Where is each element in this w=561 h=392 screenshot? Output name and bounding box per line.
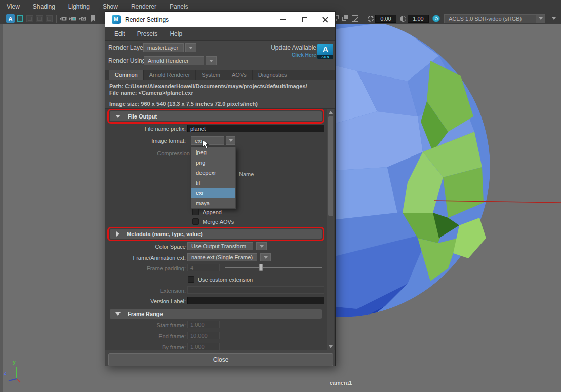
dim-icon-2[interactable]	[35, 14, 44, 23]
output-filename-text: File name: <Camera>/planet.exr	[109, 90, 335, 96]
close-window-button[interactable]	[316, 12, 334, 27]
scrollbar-up-arrow[interactable]	[329, 111, 333, 114]
section-metadata[interactable]: Metadata (name, type, value)	[110, 229, 322, 239]
use-custom-extension-checkbox[interactable]	[188, 276, 194, 283]
exposure-icon[interactable]	[366, 14, 375, 23]
render-layer-arrow[interactable]	[185, 43, 196, 52]
axis-y-label: y	[13, 359, 16, 365]
mouse-cursor	[202, 139, 211, 149]
by-frame-input[interactable]	[187, 343, 220, 350]
version-label-label: Version Label:	[106, 298, 186, 304]
settings-tabbar: Common Arnold Renderer System AOVs Diagn…	[105, 70, 335, 80]
pane-diagonal-icon[interactable]	[351, 14, 359, 23]
format-option-deepexr[interactable]: deepexr	[191, 168, 235, 178]
color-space-arrow[interactable]	[256, 242, 267, 250]
settings-scrollbar[interactable]	[327, 109, 334, 350]
bookmark-icon[interactable]	[89, 14, 97, 23]
render-settings-window: Render Settings Edit Presets Help Render…	[105, 11, 336, 366]
frame-padding-slider-handle[interactable]	[259, 264, 263, 271]
scrollbar-down-arrow[interactable]	[329, 345, 333, 348]
image-size-text: Image size: 960 x 540 (13.3 x 7.5 inches…	[109, 101, 335, 107]
chevron-down-icon	[115, 115, 121, 118]
scrollbar-thumb[interactable]	[328, 116, 333, 216]
chevron-down-icon	[115, 312, 121, 316]
frame-padding-slider-track[interactable]	[225, 267, 322, 268]
section-file-output[interactable]: File Output	[110, 111, 322, 121]
section-frame-range[interactable]: Frame Range	[110, 309, 322, 319]
append-checkbox[interactable]	[192, 209, 199, 215]
frame-animation-ext-arrow[interactable]	[260, 253, 271, 261]
extension-label: Extension:	[106, 288, 186, 294]
compression-label: Compression	[106, 150, 190, 156]
menu-presets[interactable]: Presets	[131, 30, 164, 37]
menu-lighting[interactable]: Lighting	[62, 0, 96, 13]
toolbar-separator	[363, 15, 363, 23]
format-option-exr[interactable]: exr	[191, 188, 235, 198]
format-option-maya[interactable]: maya	[191, 198, 235, 208]
frame-animation-ext-select[interactable]: name.ext (Single Frame)	[187, 253, 257, 261]
view-transform-arrow[interactable]	[536, 15, 545, 23]
exposure-input[interactable]	[375, 15, 396, 23]
format-option-tif[interactable]: tif	[191, 178, 235, 188]
section-title: File Output	[128, 113, 157, 120]
file-name-prefix-input[interactable]	[187, 125, 324, 132]
dropdown-arrow-icon[interactable]	[549, 14, 558, 23]
dim-icon-3[interactable]	[45, 14, 53, 23]
toolbar-separator	[3, 15, 3, 23]
gamma-icon[interactable]	[398, 14, 407, 23]
marquee-icon[interactable]	[16, 14, 24, 23]
dim-icon-1[interactable]	[25, 14, 34, 23]
version-label-input[interactable]	[187, 297, 324, 304]
tab-common[interactable]: Common	[109, 70, 144, 80]
frame-padding-input[interactable]	[187, 264, 220, 271]
format-option-png[interactable]: png	[191, 158, 235, 168]
camera-settings-icon[interactable]	[79, 14, 88, 23]
menu-help[interactable]: Help	[164, 30, 188, 37]
menu-shading[interactable]: Shading	[26, 0, 62, 13]
pane-copy-icon[interactable]	[341, 14, 350, 23]
render-using-label: Render Using	[108, 57, 145, 64]
camera-icon[interactable]	[60, 14, 68, 23]
minimize-button[interactable]	[274, 12, 292, 27]
view-axis-gizmo: y z	[4, 359, 34, 389]
settings-scroll-area: File Output File name prefix: Image form…	[105, 108, 335, 350]
render-layer-select[interactable]: masterLayer	[143, 43, 184, 52]
render-using-select[interactable]: Arnold Renderer	[144, 56, 204, 65]
window-titlebar[interactable]: Render Settings	[105, 12, 335, 27]
color-space-select[interactable]: Use Output Transform	[187, 242, 253, 250]
start-frame-input[interactable]	[187, 321, 220, 328]
menu-edit[interactable]: Edit	[108, 30, 131, 37]
update-available-block: Update Available Click Here	[271, 44, 316, 58]
image-format-arrow[interactable]	[226, 136, 235, 145]
close-button[interactable]: Close	[108, 353, 333, 366]
axis-z-label: z	[4, 370, 7, 376]
render-using-arrow[interactable]	[206, 56, 217, 65]
image-format-dropdown-list: jpeg png deepexr tif exr maya	[191, 147, 236, 209]
tab-arnold-renderer[interactable]: Arnold Renderer	[144, 70, 196, 80]
view-transform-select[interactable]: ACES 1.0 SDR-video (sRGB)	[444, 14, 545, 23]
format-option-jpeg[interactable]: jpeg	[191, 147, 235, 158]
camera-name-label: camera1	[300, 380, 381, 386]
tab-aovs[interactable]: AOVs	[226, 70, 253, 80]
gamma-input[interactable]	[408, 15, 429, 23]
end-frame-input[interactable]	[187, 332, 220, 339]
extension-input[interactable]	[187, 286, 324, 294]
menu-view[interactable]: View	[0, 0, 26, 13]
tab-system[interactable]: System	[196, 70, 226, 80]
window-title: Render Settings	[125, 16, 169, 23]
toolbar-separator	[56, 15, 57, 23]
render-layer-label: Render Layer	[108, 44, 145, 51]
camera-lock-icon[interactable]	[69, 14, 78, 23]
maximize-button[interactable]	[296, 12, 313, 27]
letter-a-icon[interactable]	[6, 14, 15, 23]
render-layer-value: masterLayer	[144, 45, 178, 51]
arnold-badge-icon[interactable]: A ARN	[317, 44, 333, 59]
tab-diagnostics[interactable]: Diagnostics	[253, 70, 293, 80]
merge-aovs-checkbox[interactable]	[192, 218, 199, 225]
color-management-icon[interactable]	[432, 14, 440, 23]
update-click-here-link[interactable]: Click Here	[271, 52, 316, 58]
file-name-prefix-label: File name prefix:	[106, 126, 186, 132]
dialog-menubar: Edit Presets Help	[105, 27, 335, 41]
image-format-label: Image format:	[106, 138, 186, 144]
frame-padding-label: Frame padding:	[106, 265, 186, 271]
